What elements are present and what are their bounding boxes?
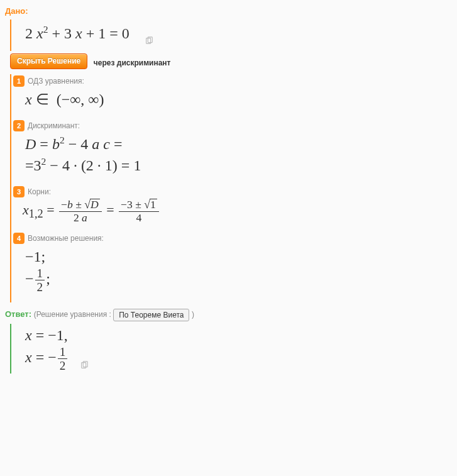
answer-label: Ответ:: [5, 309, 31, 319]
answer-paren-pre: (Решение уравнения :: [34, 310, 114, 319]
step-3-title: Корни:: [20, 186, 51, 196]
step-1: 1 ОДЗ уравнения: x ∈ (−∞, ∞): [20, 74, 452, 119]
step-2: 2 Дискриминант: D = b2 − 4 a c = =32 − 4…: [20, 119, 452, 185]
steps-block: 1 ОДЗ уравнения: x ∈ (−∞, ∞) 2 Дискримин…: [10, 74, 452, 302]
solution-2: − 1 2 ;: [25, 267, 452, 293]
solution-2-post: ;: [46, 270, 50, 287]
given-equation-row: 2 x2 + 3 x + 1 = 0: [20, 19, 452, 51]
step-4-title: Возможные решения:: [20, 233, 104, 243]
step-3-body: x1,2 = −b ± √D 2 a = −3 ± √1 4: [20, 196, 452, 228]
step-badge-2: 2: [13, 120, 25, 131]
answer-2-num: 1: [58, 346, 68, 359]
given-equation: 2 x2 + 3 x + 1 = 0: [25, 25, 129, 42]
answer-2-den: 2: [58, 359, 68, 372]
solution-2-sign: −: [25, 270, 34, 287]
hide-solution-button[interactable]: Скрыть Решение: [10, 53, 87, 69]
given-label: Дано:: [5, 6, 452, 16]
step-2-title: Дискриминант:: [20, 120, 80, 130]
solution-2-num: 1: [35, 267, 45, 280]
step-badge-1: 1: [13, 75, 25, 87]
answer-row: Ответ: (Решение уравнения : По Теореме В…: [5, 309, 452, 321]
method-row: Скрыть Решение через дискриминант: [10, 51, 452, 74]
solution-2-den: 2: [35, 280, 45, 293]
answer-paren-post: ): [192, 310, 194, 319]
method-label: через дискриминант: [94, 58, 171, 67]
step-4-body: −1; − 1 2 ;: [20, 243, 452, 300]
answer-line-2: x = − 1 2: [25, 349, 69, 365]
copy-icon[interactable]: [80, 355, 89, 363]
vieta-button[interactable]: По Теореме Виета: [113, 309, 189, 321]
copy-icon[interactable]: [145, 30, 153, 39]
step-2-body: D = b2 − 4 a c = =32 − 4 · (2 · 1) = 1: [20, 130, 452, 182]
step-badge-4: 4: [13, 233, 25, 244]
answer-body: x = −1, x = − 1 2: [20, 324, 452, 374]
answer-line-1: x = −1,: [25, 327, 68, 343]
answer-block: x = −1, x = − 1 2: [10, 324, 452, 374]
step-3: 3 Корни: x1,2 = −b ± √D 2 a = −3 ± √1 4: [20, 185, 452, 231]
step-1-title: ОДЗ уравнения:: [20, 75, 84, 86]
step-1-body: x ∈ (−∞, ∞): [20, 86, 452, 117]
solution-1: −1;: [25, 246, 452, 268]
step-badge-3: 3: [13, 186, 25, 197]
given-block: 2 x2 + 3 x + 1 = 0: [10, 19, 452, 51]
step-4: 4 Возможные решения: −1; − 1 2 ;: [20, 231, 452, 302]
